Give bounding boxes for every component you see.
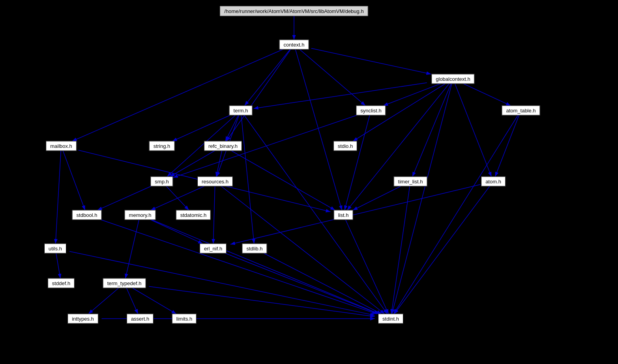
- node-stdlib_h: stdlib.h: [242, 244, 267, 254]
- edge-context_h-synclist_h: [300, 49, 365, 106]
- edge-term_h-string_h: [172, 115, 230, 141]
- edge-globalcontext_h-timer_list_h: [412, 84, 451, 177]
- node-inttypes_h: inttypes.h: [67, 314, 98, 324]
- edge-term_h-stdint_h: [244, 115, 388, 314]
- edge-synclist_h-list_h: [345, 115, 370, 210]
- edge-term_typedef_h-stdint_h: [149, 286, 375, 316]
- node-erl_nif_h: erl_nif.h: [200, 244, 227, 254]
- edge-atom_h-stdint_h: [394, 186, 490, 314]
- edge-context_h-refc_binary_h: [226, 49, 290, 141]
- edge-term_h-refc_binary_h: [225, 115, 238, 141]
- edge-term_typedef_h-inttypes_h: [88, 288, 119, 314]
- edge-term_typedef_h-assert_h: [126, 288, 138, 314]
- edge-mailbox_h-stdbool_h: [63, 151, 85, 210]
- graph-container: /home/runner/work/AtomVM/AtomVM/src/libA…: [0, 0, 618, 364]
- edge-smp_h-stdatomic_h: [166, 186, 189, 210]
- edge-resources_h-erl_nif_h: [213, 186, 215, 244]
- node-context_h: context.h: [279, 40, 309, 50]
- edge-timer_list_h-stdint_h: [391, 186, 410, 314]
- edges-svg: [0, 0, 618, 364]
- edge-globalcontext_h-stdint_h: [392, 84, 452, 314]
- edge-atom_h-erl_nif_h: [230, 185, 481, 245]
- edge-timer_list_h-list_h: [353, 186, 401, 210]
- node-debug_h: /home/runner/work/AtomVM/AtomVM/src/libA…: [220, 6, 368, 16]
- edge-globalcontext_h-list_h: [347, 84, 449, 210]
- edge-term_typedef_h-limits_h: [132, 288, 176, 314]
- node-timer_list_h: timer_list.h: [394, 177, 427, 187]
- edge-globalcontext_h-atom_h: [455, 84, 492, 177]
- node-smp_h: smp.h: [150, 177, 173, 187]
- edge-list_h-stdint_h: [345, 220, 388, 314]
- edge-globalcontext_h-term_h: [254, 83, 427, 108]
- edge-erl_nif_h-stdint_h: [225, 253, 378, 314]
- node-synclist_h: synclist.h: [356, 106, 386, 116]
- edge-context_h-mailbox_h: [72, 49, 283, 141]
- node-string_h: string.h: [149, 141, 175, 151]
- edge-synclist_h-smp_h: [173, 115, 357, 177]
- edge-memory_h-term_typedef_h: [125, 220, 139, 278]
- edge-atom_table_h-stdint_h: [394, 115, 518, 314]
- node-atom_h: atom.h: [481, 177, 506, 187]
- node-assert_h: assert.h: [127, 314, 154, 324]
- edge-atom_table_h-atom_h: [495, 115, 519, 177]
- node-term_typedef_h: term_typedef.h: [103, 278, 146, 288]
- edge-resources_h-memory_h: [151, 186, 204, 210]
- node-resources_h: resources.h: [197, 177, 233, 187]
- edge-memory_h-stdint_h: [152, 220, 379, 314]
- edge-refc_binary_h-list_h: [231, 151, 335, 210]
- node-stdatomic_h: stdatomic.h: [176, 210, 211, 220]
- edge-utils_h-stddef_h: [56, 253, 60, 278]
- edge-mailbox_h-utils_h: [56, 151, 61, 244]
- node-stddef_h: stddef.h: [48, 278, 75, 288]
- node-stdbool_h: stdbool.h: [72, 210, 102, 220]
- node-stdint_h: stdint.h: [378, 314, 403, 324]
- edge-term_h-stdlib_h: [241, 115, 254, 244]
- edge-context_h-list_h: [295, 49, 342, 210]
- node-stdio_h: stdio.h: [333, 141, 357, 151]
- edge-refc_binary_h-smp_h: [170, 151, 215, 177]
- edge-context_h-globalcontext_h: [311, 48, 431, 74]
- node-mailbox_h: mailbox.h: [46, 141, 77, 151]
- node-limits_h: limits.h: [172, 314, 197, 324]
- edge-globalcontext_h-atom_table_h: [463, 84, 511, 106]
- edge-stdbool_h-stdint_h: [101, 220, 377, 314]
- edge-smp_h-stdbool_h: [97, 186, 151, 210]
- edge-refc_binary_h-resources_h: [216, 151, 222, 177]
- edge-globalcontext_h-synclist_h: [383, 84, 441, 106]
- node-refc_binary_h: refc_binary.h: [204, 141, 242, 151]
- edge-memory_h-erl_nif_h: [150, 220, 203, 244]
- node-utils_h: utils.h: [44, 244, 66, 254]
- edge-context_h-term_h: [245, 49, 290, 106]
- node-list_h: list.h: [334, 210, 353, 220]
- edge-stdlib_h-stdint_h: [264, 253, 381, 314]
- node-memory_h: memory.h: [125, 210, 156, 220]
- node-atom_table_h: atom_table.h: [502, 106, 540, 116]
- node-term_h: term.h: [229, 106, 253, 116]
- node-globalcontext_h: globalcontext.h: [431, 74, 474, 84]
